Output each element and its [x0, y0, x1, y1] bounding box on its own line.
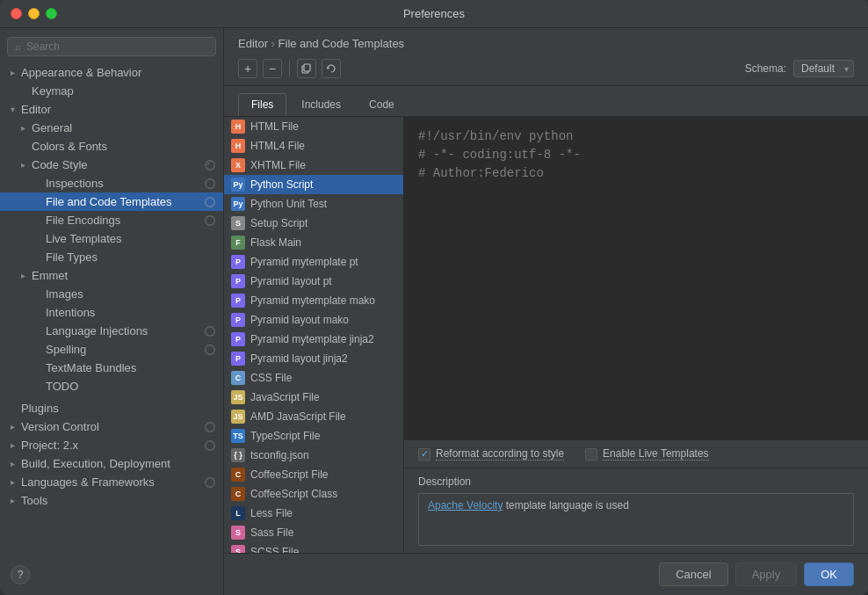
reformat-label: Reformat according to style — [436, 447, 564, 461]
traffic-lights — [11, 8, 57, 19]
arrow-icon — [18, 271, 28, 280]
add-button[interactable]: + — [238, 59, 257, 78]
file-item-coffeescript[interactable]: C CoffeeScript File — [224, 465, 403, 484]
sidebar-item-keymap[interactable]: Keymap — [0, 82, 223, 100]
live-templates-checkbox[interactable] — [585, 448, 597, 461]
arrow-icon — [7, 477, 18, 487]
file-icon-coffee-class: C — [231, 487, 245, 501]
reset-button[interactable] — [322, 59, 341, 78]
file-item-pyramid-2[interactable]: P Pyramid layout pt — [224, 272, 403, 291]
file-item-coffeescript-class[interactable]: C CoffeeScript Class — [224, 484, 403, 504]
sidebar-item-build[interactable]: Build, Execution, Deployment — [0, 454, 223, 473]
file-item-html4[interactable]: H HTML4 File — [224, 136, 403, 156]
search-box[interactable]: ⌕ — [7, 37, 216, 56]
sidebar-item-version-control[interactable]: Version Control — [0, 417, 223, 436]
reformat-checkbox[interactable] — [418, 448, 430, 461]
tab-code[interactable]: Code — [356, 93, 408, 116]
sidebar-item-file-types[interactable]: File Types — [0, 248, 223, 266]
file-item-pyramid-6[interactable]: P Pyramid layout jinja2 — [224, 349, 403, 368]
sidebar-item-general[interactable]: General — [0, 119, 223, 137]
live-templates-option[interactable]: Enable Live Templates — [585, 447, 709, 461]
reformat-option[interactable]: Reformat according to style — [418, 447, 564, 461]
sidebar-item-intentions[interactable]: Intentions — [0, 303, 223, 322]
file-icon-pyramid-3: P — [231, 294, 245, 308]
sidebar-item-label: File Encodings — [46, 214, 120, 227]
arrow-icon — [7, 68, 18, 77]
minimize-button[interactable] — [28, 8, 40, 19]
file-item-sass[interactable]: S Sass File — [224, 523, 403, 542]
file-item-label: TypeScript File — [250, 430, 320, 442]
file-item-tsconfig[interactable]: { } tsconfig.json — [224, 446, 403, 465]
schema-select[interactable]: Default Project — [793, 60, 854, 77]
file-item-label: Sass File — [250, 526, 293, 539]
file-item-scss[interactable]: S SCSS File — [224, 542, 403, 553]
remove-button[interactable]: − — [263, 59, 282, 78]
file-item-label: Less File — [250, 507, 293, 519]
search-input[interactable] — [26, 40, 208, 53]
sidebar-item-appearance[interactable]: Appearance & Behavior — [0, 63, 223, 82]
cancel-button[interactable]: Cancel — [659, 562, 727, 586]
close-button[interactable] — [11, 8, 22, 19]
copy-icon — [301, 63, 312, 74]
arrow-icon — [7, 459, 18, 468]
search-icon: ⌕ — [15, 41, 21, 52]
sidebar-item-images[interactable]: Images — [0, 285, 223, 303]
ok-button[interactable]: OK — [804, 562, 854, 586]
file-item-label: Flask Main — [250, 236, 301, 249]
apache-velocity-link[interactable]: Apache Velocity — [428, 499, 503, 512]
file-item-xhtml[interactable]: X XHTML File — [224, 156, 403, 175]
file-item-label: HTML4 File — [250, 140, 305, 152]
copy-button[interactable] — [297, 59, 316, 78]
breadcrumb-part-2: File and Code Templates — [278, 37, 405, 50]
tab-includes[interactable]: Includes — [288, 93, 354, 116]
right-panel: Editor › File and Code Templates + − — [224, 28, 868, 595]
sidebar-item-project[interactable]: Project: 2.x — [0, 436, 223, 454]
sync-icon — [204, 159, 216, 171]
file-item-less[interactable]: L Less File — [224, 504, 403, 523]
sidebar-item-languages[interactable]: Languages & Frameworks — [0, 473, 223, 491]
zoom-button[interactable] — [46, 8, 57, 19]
sidebar-item-editor[interactable]: Editor — [0, 100, 223, 119]
sidebar-item-label: Appearance & Behavior — [21, 66, 141, 79]
svg-point-3 — [206, 215, 215, 225]
sidebar-item-live-templates[interactable]: Live Templates — [0, 229, 223, 248]
help-button[interactable]: ? — [11, 565, 30, 584]
file-item-python-unit-test[interactable]: Py Python Unit Test — [224, 194, 403, 214]
sidebar-item-language-injections[interactable]: Language Injections — [0, 322, 223, 340]
file-item-html[interactable]: H HTML File — [224, 117, 403, 136]
file-item-setup-script[interactable]: S Setup Script — [224, 214, 403, 233]
svg-point-4 — [206, 326, 215, 336]
sidebar-item-colors-fonts[interactable]: Colors & Fonts — [0, 137, 223, 156]
file-item-css[interactable]: C CSS File — [224, 368, 403, 388]
file-item-flask-main[interactable]: F Flask Main — [224, 233, 403, 252]
sidebar-item-textmate-bundles[interactable]: TextMate Bundles — [0, 359, 223, 377]
file-item-pyramid-1[interactable]: P Pyramid mytemplate pt — [224, 252, 403, 272]
file-item-pyramid-4[interactable]: P Pyramid layout mako — [224, 310, 403, 330]
sidebar-item-label: Plugins — [21, 402, 59, 415]
svg-rect-10 — [304, 64, 310, 71]
sidebar-item-code-style[interactable]: Code Style — [0, 156, 223, 174]
code-line-1: #!/usr/bin/env python — [418, 127, 854, 146]
file-item-js[interactable]: JS JavaScript File — [224, 388, 403, 407]
sidebar-item-file-code-templates[interactable]: File and Code Templates — [0, 192, 223, 211]
breadcrumb: Editor › File and Code Templates — [238, 37, 854, 50]
sidebar-item-spelling[interactable]: Spelling — [0, 340, 223, 359]
file-icon-sass: S — [231, 526, 245, 540]
tab-files[interactable]: Files — [238, 93, 286, 116]
code-editor[interactable]: #!/usr/bin/env python # -*- coding:utf-8… — [404, 117, 868, 439]
sidebar-item-todo[interactable]: TODO — [0, 377, 223, 395]
sidebar-item-emmet[interactable]: Emmet — [0, 266, 223, 285]
toolbar-separator — [289, 61, 290, 76]
file-item-pyramid-3[interactable]: P Pyramid mytemplate mako — [224, 291, 403, 310]
sidebar-item-tools[interactable]: Tools — [0, 491, 223, 510]
file-item-python-script[interactable]: Py Python Script — [224, 175, 403, 194]
file-item-ts[interactable]: TS TypeScript File — [224, 426, 403, 446]
sidebar-item-plugins[interactable]: Plugins — [0, 399, 223, 417]
sidebar-item-file-encodings[interactable]: File Encodings — [0, 211, 223, 229]
file-list: H HTML File H HTML4 File X XHTML File Py… — [224, 117, 404, 553]
file-item-amd-js[interactable]: JS AMD JavaScript File — [224, 407, 403, 426]
apply-button[interactable]: Apply — [735, 562, 798, 586]
sidebar-item-inspections[interactable]: Inspections — [0, 174, 223, 192]
sidebar-item-label: Build, Execution, Deployment — [21, 457, 170, 470]
file-item-pyramid-5[interactable]: P Pyramid mytemplate jinja2 — [224, 330, 403, 349]
